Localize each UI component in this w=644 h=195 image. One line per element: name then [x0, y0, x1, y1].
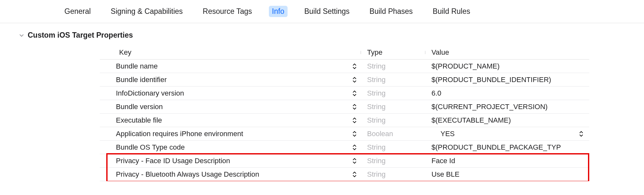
section-title: Custom iOS Target Properties: [28, 31, 133, 40]
table-row[interactable]: Bundle version String $(CURRENT_PROJECT_…: [100, 100, 589, 114]
plist-type-cell[interactable]: Boolean: [361, 130, 425, 138]
plist-key-cell[interactable]: InfoDictionary version: [100, 89, 361, 98]
plist-key-cell[interactable]: Privacy - Bluetooth Always Usage Descrip…: [100, 170, 361, 179]
plist-key-label: Bundle name: [116, 62, 350, 70]
table-row[interactable]: InfoDictionary version String 6.0: [100, 87, 589, 100]
key-stepper-icon[interactable]: [350, 158, 359, 164]
plist-value-cell[interactable]: $(CURRENT_PROJECT_VERSION): [425, 103, 589, 111]
plist-key-label: InfoDictionary version: [116, 89, 350, 98]
plist-type-cell[interactable]: String: [361, 76, 425, 84]
plist-key-cell[interactable]: Bundle version: [100, 103, 361, 111]
plist-value-cell[interactable]: 6.0: [425, 89, 589, 98]
plist-value-label: $(PRODUCT_NAME): [431, 62, 589, 70]
plist-key-cell[interactable]: Bundle identifier: [100, 76, 361, 84]
plist-key-cell[interactable]: Executable file: [100, 116, 361, 125]
tab-resource-tags[interactable]: Resource Tags: [200, 6, 255, 17]
plist-value-cell[interactable]: Face Id: [425, 157, 589, 165]
plist-value-label: $(EXECUTABLE_NAME): [431, 116, 589, 125]
plist-key-label: Bundle version: [116, 103, 350, 111]
plist-type-cell[interactable]: String: [361, 103, 425, 111]
plist-value-label: $(PRODUCT_BUNDLE_PACKAGE_TYP: [431, 143, 589, 152]
tab-general[interactable]: General: [61, 6, 94, 17]
plist-key-label: Privacy - Face ID Usage Description: [116, 157, 350, 165]
plist-value-cell[interactable]: YES: [425, 130, 589, 138]
plist-value-cell[interactable]: $(PRODUCT_NAME): [425, 62, 589, 70]
plist-type-cell[interactable]: String: [361, 157, 425, 165]
key-stepper-icon[interactable]: [350, 117, 359, 123]
plist-value-cell[interactable]: $(PRODUCT_BUNDLE_PACKAGE_TYP: [425, 143, 589, 152]
plist-key-label: Executable file: [116, 116, 350, 125]
plist-key-cell[interactable]: Bundle OS Type code: [100, 143, 361, 152]
key-stepper-icon[interactable]: [350, 144, 359, 150]
plist-value-label: Face Id: [431, 157, 589, 165]
plist-key-label: Application requires iPhone environment: [116, 130, 350, 138]
value-stepper-icon[interactable]: [577, 131, 585, 137]
plist-type-cell[interactable]: String: [361, 143, 425, 152]
plist-value-label: YES: [431, 130, 577, 138]
tab-build-settings[interactable]: Build Settings: [301, 6, 353, 17]
plist-header: Key Type Value: [100, 45, 589, 60]
tab-signing[interactable]: Signing & Capabilities: [108, 6, 186, 17]
header-value[interactable]: Value: [425, 48, 589, 57]
plist-key-cell[interactable]: Application requires iPhone environment: [100, 130, 361, 138]
plist-value-label: $(CURRENT_PROJECT_VERSION): [431, 103, 589, 111]
tab-info[interactable]: Info: [269, 6, 288, 17]
plist-type-cell[interactable]: String: [361, 170, 425, 179]
plist-key-label: Privacy - Bluetooth Always Usage Descrip…: [116, 170, 350, 179]
plist-key-cell[interactable]: Bundle name: [100, 62, 361, 70]
key-stepper-icon[interactable]: [350, 77, 359, 83]
plist-value-label: Use BLE: [431, 170, 589, 179]
plist-value-cell[interactable]: $(PRODUCT_BUNDLE_IDENTIFIER): [425, 76, 589, 84]
plist-key-cell[interactable]: Privacy - Face ID Usage Description: [100, 157, 361, 165]
key-stepper-icon[interactable]: [350, 172, 359, 177]
chevron-down-icon: [19, 32, 24, 38]
tab-build-rules[interactable]: Build Rules: [430, 6, 473, 17]
target-tabs: General Signing & Capabilities Resource …: [0, 0, 644, 23]
key-stepper-icon[interactable]: [350, 104, 359, 110]
table-row[interactable]: Application requires iPhone environment …: [100, 127, 589, 141]
header-key[interactable]: Key: [100, 48, 361, 57]
plist-value-label: $(PRODUCT_BUNDLE_IDENTIFIER): [431, 76, 589, 84]
table-row[interactable]: Bundle OS Type code String $(PRODUCT_BUN…: [100, 141, 589, 154]
tab-build-phases[interactable]: Build Phases: [366, 6, 416, 17]
plist-type-cell[interactable]: String: [361, 89, 425, 98]
table-row[interactable]: Privacy - Face ID Usage Description Stri…: [100, 154, 589, 168]
table-row[interactable]: Privacy - Bluetooth Always Usage Descrip…: [100, 168, 589, 181]
plist-key-label: Bundle OS Type code: [116, 143, 350, 152]
plist-type-cell[interactable]: String: [361, 62, 425, 70]
plist-value-cell[interactable]: $(EXECUTABLE_NAME): [425, 116, 589, 125]
table-row[interactable]: Executable file String $(EXECUTABLE_NAME…: [100, 114, 589, 127]
key-stepper-icon[interactable]: [350, 90, 359, 96]
header-type[interactable]: Type: [361, 48, 425, 57]
plist-type-cell[interactable]: String: [361, 116, 425, 125]
plist-table: Key Type Value Bundle name String $(PROD…: [100, 45, 589, 181]
plist-key-label: Bundle identifier: [116, 76, 350, 84]
key-stepper-icon[interactable]: [350, 131, 359, 137]
plist-value-label: 6.0: [431, 89, 589, 98]
plist-value-cell[interactable]: Use BLE: [425, 170, 589, 179]
table-row[interactable]: Bundle name String $(PRODUCT_NAME): [100, 60, 589, 73]
table-row[interactable]: Bundle identifier String $(PRODUCT_BUNDL…: [100, 73, 589, 87]
section-header[interactable]: Custom iOS Target Properties: [0, 23, 644, 43]
key-stepper-icon[interactable]: [350, 63, 359, 69]
